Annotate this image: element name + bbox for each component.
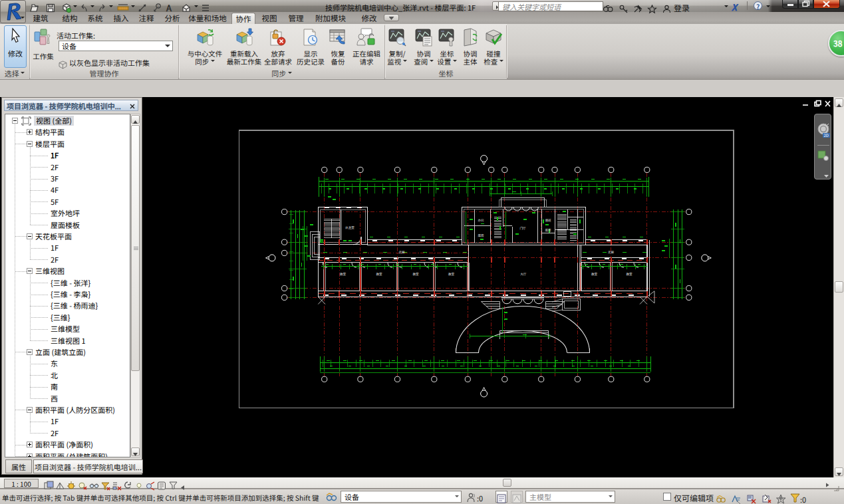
svg-text:走廊: 走廊 xyxy=(398,250,405,254)
svg-text:走廊: 走廊 xyxy=(608,250,615,254)
svg-text:教室: 教室 xyxy=(412,272,419,276)
svg-text:教室: 教室 xyxy=(340,272,347,276)
svg-text:1: 1 xyxy=(157,4,159,9)
svg-text:休息室: 休息室 xyxy=(345,225,354,229)
svg-text:门厅: 门厅 xyxy=(519,226,526,230)
svg-text:2D: 2D xyxy=(824,132,829,138)
svg-text:教室: 教室 xyxy=(448,272,455,276)
svg-text:教室: 教室 xyxy=(591,272,598,276)
svg-text:教室: 教室 xyxy=(376,272,382,276)
svg-text:办公: 办公 xyxy=(478,218,484,222)
svg-text:库房: 库房 xyxy=(545,228,551,232)
svg-text:A: A xyxy=(166,3,172,13)
svg-text:教室: 教室 xyxy=(626,272,633,276)
svg-text:库房: 库房 xyxy=(478,233,484,237)
svg-text:值班: 值班 xyxy=(545,218,551,222)
svg-text:大厅: 大厅 xyxy=(520,272,527,276)
